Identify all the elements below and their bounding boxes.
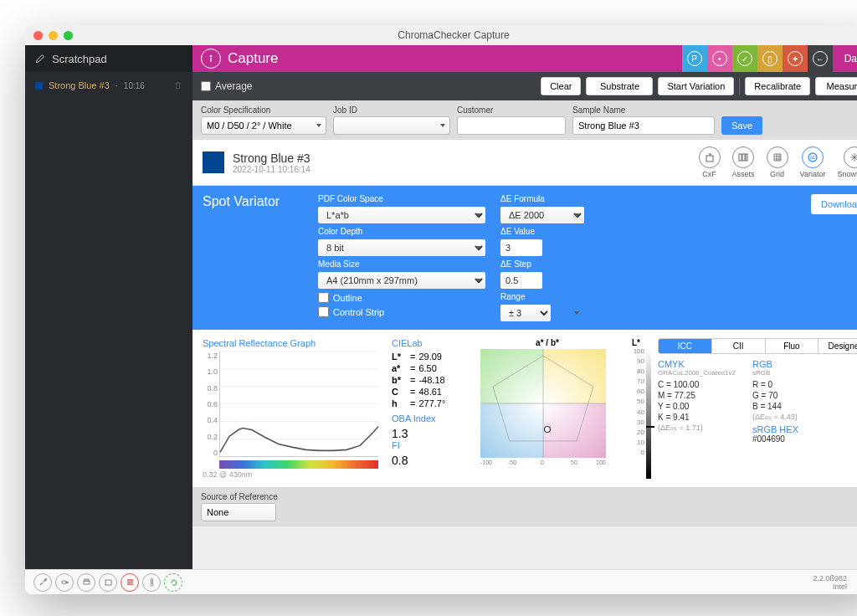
rgb-profile: sRGB (752, 369, 798, 377)
substrate-button[interactable]: Substrate (586, 77, 653, 95)
user-name[interactable]: DanG (833, 53, 857, 64)
color-depth-select[interactable]: 8 bit (318, 239, 485, 256)
footer: 2.2.0ß982 Intel (25, 569, 857, 594)
profile-tabs: ICC CII Fluo Designer (658, 338, 857, 354)
de-formula-select[interactable]: ΔE 2000 (500, 207, 584, 223)
media-select[interactable]: A4 (210mm x 297mm) (318, 272, 485, 289)
footer-temp-icon[interactable] (142, 573, 161, 592)
svg-rect-2 (706, 156, 713, 162)
sidebar-item-sample[interactable]: Strong Blue #3 · 10:16 (25, 77, 192, 94)
range-select[interactable]: ± 3 (500, 305, 551, 321)
trash-icon[interactable] (173, 81, 182, 90)
tab-icc[interactable]: ICC (659, 339, 712, 353)
cmyk-m: M = 77.25 (658, 391, 736, 400)
ab-marker (545, 427, 551, 433)
svg-text:-100: -100 (480, 459, 492, 465)
minimize-window-icon[interactable] (49, 31, 58, 40)
jobid-label: Job ID (333, 105, 450, 115)
sample-name-input[interactable] (572, 116, 715, 135)
topbar-action-1[interactable]: P (682, 45, 707, 72)
average-checkbox[interactable]: Average (201, 80, 252, 92)
footer-tools-icon[interactable] (33, 573, 52, 592)
topbar-action-3[interactable]: ✓ (732, 45, 757, 72)
topbar-action-2[interactable]: • (707, 45, 732, 72)
topbar-action-5[interactable]: ✦ (783, 45, 808, 72)
customer-label: Customer (457, 105, 566, 115)
cmyk-profile: GRACoL2006_Coated1v2 (658, 369, 736, 377)
measure-button[interactable]: Measure (815, 77, 857, 95)
rgb-r: R = 0 (752, 380, 798, 389)
clear-button[interactable]: Clear (541, 77, 581, 95)
tool-assets[interactable]: Assets (732, 146, 755, 178)
jobid-select[interactable] (333, 116, 450, 135)
color-spec-select[interactable]: M0 / D50 / 2° / White (201, 116, 326, 135)
tab-designer[interactable]: Designer (819, 339, 857, 353)
tool-snowflake[interactable]: Snowflake (837, 146, 857, 178)
source-select[interactable]: None (201, 503, 276, 521)
swatch-icon (35, 82, 43, 90)
topbar-title: Capture (228, 50, 278, 67)
pdf-cs-select[interactable]: L*a*b (318, 207, 485, 223)
tab-fluo[interactable]: Fluo (766, 339, 819, 353)
recalibrate-button[interactable]: Recalibrate (745, 77, 810, 95)
de-step-input[interactable] (500, 272, 542, 289)
range-label: Range (500, 292, 584, 301)
download-button[interactable]: Download (811, 194, 857, 214)
footer-box-icon[interactable] (99, 573, 117, 592)
footer-print-icon[interactable] (77, 573, 95, 592)
svg-text:100: 100 (596, 459, 606, 465)
arch-text: Intel (813, 583, 847, 591)
ab-chart: -100-50050100 (480, 349, 606, 458)
oba-label: OBA Index (392, 413, 467, 424)
spectral-title: Spectral Reflectance Graph (203, 338, 378, 348)
footer-dryer-icon[interactable] (55, 573, 74, 592)
window-titlebar: ChromaChecker Capture (25, 25, 857, 45)
sidebar-title: Scratchpad (52, 53, 107, 65)
control-strip-checkbox[interactable]: Control Strip (318, 306, 485, 317)
close-window-icon[interactable] (33, 31, 43, 40)
de-step-label: ΔE Step (500, 259, 584, 269)
tool-grid[interactable]: Grid (767, 146, 788, 178)
spectral-caption: 0.32 @ 430nm (203, 470, 378, 479)
sample-timestamp: 2022-10-11 10:16:14 (233, 165, 310, 174)
customer-input[interactable] (457, 116, 566, 135)
svg-text:ΔE: ΔE (810, 155, 816, 160)
sample-name: Strong Blue #3 (233, 151, 310, 165)
capture-mode-icon[interactable] (201, 49, 221, 69)
svg-rect-3 (739, 154, 742, 161)
color-spec-label: Color Specification (201, 105, 326, 115)
outline-checkbox[interactable]: Outline (318, 292, 485, 303)
cmyk-de: (ΔE₀₀ = 1.71) (658, 424, 736, 432)
actionbar: Average Clear Substrate Start Variation … (192, 72, 857, 100)
rgb-title: RGB (752, 359, 798, 369)
start-variation-button[interactable]: Start Variation (658, 77, 734, 95)
pencil-icon (35, 54, 45, 64)
l-header: L* (628, 338, 644, 347)
color-depth-label: Color Depth (318, 227, 485, 236)
svg-text:0: 0 (541, 459, 544, 465)
spectrum-bar (219, 460, 378, 469)
lab-a: 6.50 (418, 363, 436, 373)
rgb-g: G = 70 (752, 391, 798, 400)
cmyk-title: CMYK (658, 359, 736, 369)
save-button[interactable]: Save (721, 116, 762, 135)
tool-variator[interactable]: ΔEVariator (800, 146, 826, 178)
source-bar: Source of Reference None (192, 487, 857, 526)
topbar-back-icon[interactable]: ← (808, 45, 833, 72)
topbar-action-4[interactable]: ▯ (757, 45, 783, 72)
footer-refresh-icon[interactable] (164, 573, 182, 592)
fi-value: 0.8 (392, 454, 467, 467)
footer-list-icon[interactable] (121, 573, 139, 592)
de-value-input[interactable] (500, 239, 542, 256)
sidebar-item-name: Strong Blue #3 (49, 80, 110, 90)
hex-title: sRGB HEX (752, 424, 798, 434)
tool-cxf[interactable]: CxF (699, 146, 721, 178)
de-formula-label: ΔE Formula (500, 194, 584, 203)
svg-rect-30 (85, 579, 89, 581)
cmyk-c: C = 100.00 (658, 380, 736, 389)
zoom-window-icon[interactable] (64, 31, 73, 40)
variator-title: Spot Variator (203, 194, 303, 321)
hex-value: #004690 (752, 434, 798, 444)
tab-cii[interactable]: CII (712, 339, 766, 353)
media-label: Media Size (318, 259, 485, 269)
